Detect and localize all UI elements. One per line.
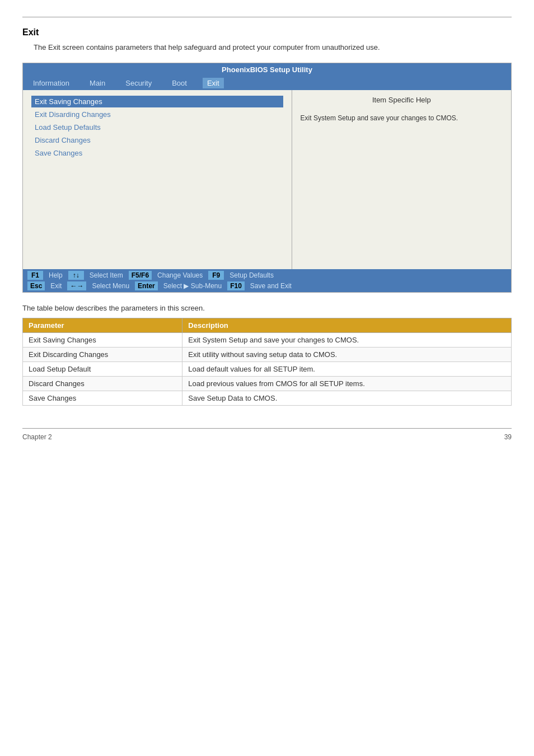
menu-item-discard-changes[interactable]: Discard Changes [31, 134, 283, 146]
table-header-parameter: Parameter [23, 318, 182, 333]
desc-select-sub: Select ▶ Sub-Menu [163, 282, 222, 290]
nav-information[interactable]: Information [29, 78, 74, 88]
table-cell-desc: Exit utility without saving setup data t… [182, 348, 512, 362]
status-row-1: F1 Help ↑↓ Select Item F5/F6 Change Valu… [27, 271, 507, 280]
footer-right: 39 [504, 433, 512, 441]
table-intro: The table below describes the parameters… [22, 304, 512, 312]
bios-content-area: Exit Saving Changes Exit Disarding Chang… [23, 90, 511, 269]
desc-help: Help [49, 271, 63, 279]
key-enter: Enter [135, 281, 158, 290]
table-cell-desc: Load default values for all SETUP item. [182, 362, 512, 377]
footer-left: Chapter 2 [22, 433, 52, 441]
top-rule [22, 17, 512, 17]
table-row: Exit Discarding ChangesExit utility with… [23, 348, 512, 362]
table-cell-desc: Save Setup Data to CMOS. [182, 391, 512, 406]
table-cell-param: Exit Saving Changes [23, 333, 182, 348]
table-row: Load Setup DefaultLoad default values fo… [23, 362, 512, 377]
bios-nav-bar: Information Main Security Boot Exit [23, 76, 511, 90]
table-cell-desc: Exit System Setup and save your changes … [182, 333, 512, 348]
desc-select-menu: Select Menu [92, 282, 129, 290]
bios-left-panel: Exit Saving Changes Exit Disarding Chang… [23, 90, 292, 269]
intro-text: The Exit screen contains parameters that… [34, 43, 512, 51]
parameter-table: Parameter Description Exit Saving Change… [22, 318, 512, 406]
table-cell-param: Discard Changes [23, 377, 182, 391]
key-updown: ↑↓ [68, 271, 84, 280]
table-row: Discard ChangesLoad previous values from… [23, 377, 512, 391]
key-esc: Esc [27, 281, 45, 290]
menu-item-load-setup[interactable]: Load Setup Defaults [31, 121, 283, 133]
table-row: Exit Saving ChangesExit System Setup and… [23, 333, 512, 348]
footer: Chapter 2 39 [22, 428, 512, 441]
item-specific-help-text: Exit System Setup and save your changes … [301, 113, 503, 123]
menu-item-save-changes[interactable]: Save Changes [31, 147, 283, 159]
nav-main[interactable]: Main [85, 78, 110, 88]
table-header-description: Description [182, 318, 512, 333]
bios-utility-box: PhoenixBIOS Setup Utility Information Ma… [22, 63, 512, 293]
item-specific-help-title: Item Specific Help [301, 96, 503, 106]
desc-change-values: Change Values [157, 271, 203, 279]
bios-right-panel: Item Specific Help Exit System Setup and… [292, 90, 511, 269]
key-f5f6: F5/F6 [129, 271, 152, 280]
key-f10: F10 [227, 281, 245, 290]
key-leftright: ←→ [67, 281, 86, 290]
nav-boot[interactable]: Boot [167, 78, 191, 88]
bios-status-bar: F1 Help ↑↓ Select Item F5/F6 Change Valu… [23, 269, 511, 292]
table-cell-param: Load Setup Default [23, 362, 182, 377]
nav-security[interactable]: Security [121, 78, 156, 88]
desc-save-exit: Save and Exit [250, 282, 292, 290]
menu-item-exit-saving[interactable]: Exit Saving Changes [31, 96, 283, 107]
bios-title-bar: PhoenixBIOS Setup Utility [23, 63, 511, 76]
table-cell-desc: Load previous values from CMOS for all S… [182, 377, 512, 391]
status-row-2: Esc Exit ←→ Select Menu Enter Select ▶ S… [27, 281, 507, 290]
table-cell-param: Exit Discarding Changes [23, 348, 182, 362]
desc-select-item: Select Item [90, 271, 123, 279]
table-row: Save ChangesSave Setup Data to CMOS. [23, 391, 512, 406]
desc-setup-defaults: Setup Defaults [229, 271, 274, 279]
page-title: Exit [22, 27, 512, 37]
nav-exit[interactable]: Exit [203, 78, 224, 88]
desc-exit: Exit [50, 282, 62, 290]
key-f9: F9 [208, 271, 224, 280]
table-cell-param: Save Changes [23, 391, 182, 406]
key-f1: F1 [27, 271, 43, 280]
menu-item-exit-discarding[interactable]: Exit Disarding Changes [31, 109, 283, 120]
